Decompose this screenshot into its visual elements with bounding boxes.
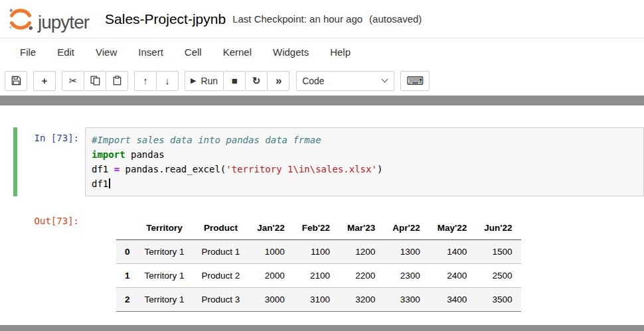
- restart-kernel-button[interactable]: ↻: [245, 71, 268, 91]
- jupyter-planet-icon: [7, 5, 35, 33]
- play-icon: ▶: [191, 77, 196, 84]
- top-gray-strip: [0, 96, 644, 105]
- df-cell: Product 1: [193, 240, 249, 264]
- menu-item-help[interactable]: Help: [319, 40, 361, 64]
- df-cell: 3200: [339, 288, 384, 312]
- add-cell-button[interactable]: +: [33, 71, 56, 91]
- arrow-up-icon: ↑: [143, 76, 148, 86]
- run-button-label: Run: [201, 76, 218, 86]
- arrow-down-icon: ↓: [165, 76, 170, 86]
- output-content: TerritoryProductJan'22Feb'22Mar'23Apr'22…: [85, 210, 644, 312]
- menu-item-edit[interactable]: Edit: [46, 40, 85, 64]
- df-cell: Product 2: [193, 264, 249, 288]
- df-header-cell: Jan'22: [248, 216, 293, 240]
- menu-item-insert[interactable]: Insert: [127, 40, 174, 64]
- code-line: df1: [92, 176, 637, 191]
- df-cell: 2100: [293, 264, 339, 288]
- move-cell-down-button[interactable]: ↓: [156, 71, 179, 91]
- df-cell: 1000: [248, 240, 293, 264]
- table-row: 1Territory 1Product 22000210022002300240…: [116, 264, 521, 288]
- df-cell: 1400: [429, 240, 476, 264]
- df-cell: Territory 1: [136, 240, 193, 264]
- chevron-down-icon: [382, 76, 388, 83]
- df-cell: 3000: [248, 288, 293, 312]
- df-cell: Territory 1: [136, 288, 193, 312]
- code-line: df1 = pandas.read_excel('territory 1\in\…: [92, 162, 637, 176]
- df-cell: 1500: [475, 240, 521, 264]
- df-header-cell: Product: [193, 216, 249, 240]
- clipboard-button-group: ✂: [62, 71, 128, 91]
- menu-item-file[interactable]: File: [9, 40, 46, 64]
- input-prompt: In [73]:: [17, 127, 85, 196]
- df-cell: 2200: [339, 264, 384, 288]
- df-header-cell: Apr'22: [384, 216, 428, 240]
- df-cell: 3400: [429, 288, 476, 312]
- toolbar: + ✂ ↑ ↓ ▶ Run: [0, 66, 644, 96]
- df-cell: 1300: [384, 240, 428, 264]
- output-prompt: Out[73]:: [17, 210, 85, 312]
- fast-forward-icon: »: [276, 75, 281, 86]
- menu-item-kernel[interactable]: Kernel: [212, 40, 262, 64]
- df-cell: Territory 1: [136, 264, 193, 288]
- code-editor[interactable]: #Import sales data into pandas data frma…: [85, 127, 644, 196]
- save-icon: [11, 76, 21, 86]
- notebook-title[interactable]: Sales-Project-jpynb: [105, 11, 226, 27]
- df-header-cell: Territory: [136, 216, 193, 240]
- df-cell: 2500: [475, 264, 521, 288]
- jupyter-wordmark: jupyter: [38, 13, 89, 33]
- df-header-row: TerritoryProductJan'22Feb'22Mar'23Apr'22…: [116, 216, 521, 240]
- run-button-group: ▶ Run ■ ↻ »: [185, 71, 289, 91]
- paste-icon: [112, 76, 122, 86]
- df-cell: 3500: [475, 288, 521, 312]
- df-cell: 1200: [339, 240, 384, 264]
- paste-cell-button[interactable]: [106, 71, 128, 91]
- save-button[interactable]: [5, 71, 27, 91]
- interrupt-kernel-button[interactable]: ■: [223, 71, 246, 91]
- cell-type-value: Code: [302, 76, 324, 86]
- df-cell: 3300: [384, 288, 428, 312]
- df-cell: Product 3: [193, 288, 249, 312]
- df-header-cell: Jun'22: [475, 216, 521, 240]
- copy-icon: [90, 76, 100, 86]
- autosave-status: (autosaved): [369, 13, 422, 25]
- code-cell[interactable]: In [73]: #Import sales data into pandas …: [13, 127, 644, 196]
- cell-type-select[interactable]: Code: [296, 71, 394, 91]
- run-button[interactable]: ▶ Run: [185, 71, 224, 91]
- code-line: import pandas: [92, 147, 637, 162]
- menu-item-cell[interactable]: Cell: [174, 40, 212, 64]
- df-cell: 2400: [429, 264, 476, 288]
- jupyter-logo[interactable]: jupyter: [7, 5, 89, 33]
- df-cell: 3100: [293, 288, 339, 312]
- df-header-cell: [116, 216, 136, 240]
- df-cell: 1100: [293, 240, 339, 264]
- df-index-cell: 2: [116, 288, 136, 312]
- code-line: #Import sales data into pandas data frma…: [92, 133, 637, 147]
- scissors-icon: ✂: [69, 76, 78, 86]
- move-cell-up-button[interactable]: ↑: [134, 71, 157, 91]
- stop-icon: ■: [232, 76, 238, 86]
- cell-output: Out[73]: TerritoryProductJan'22Feb'22Mar…: [17, 210, 644, 312]
- copy-cell-button[interactable]: [84, 71, 106, 91]
- df-cell: 2000: [248, 264, 293, 288]
- checkpoint-status: Last Checkpoint: an hour ago: [232, 13, 362, 25]
- dataframe-table: TerritoryProductJan'22Feb'22Mar'23Apr'22…: [116, 216, 521, 312]
- menu-bar: FileEditViewInsertCellKernelWidgetsHelp: [0, 38, 644, 66]
- menu-item-widgets[interactable]: Widgets: [262, 40, 319, 64]
- df-body: 0Territory 1Product 11000110012001300140…: [116, 240, 521, 312]
- bottom-gray-strip: [0, 325, 644, 331]
- keyboard-icon: ⌨: [406, 75, 424, 87]
- df-index-cell: 0: [116, 240, 136, 264]
- notebook-header: jupyter Sales-Project-jpynb Last Checkpo…: [0, 0, 644, 38]
- table-row: 0Territory 1Product 11000110012001300140…: [116, 240, 521, 264]
- df-cell: 2300: [384, 264, 428, 288]
- menu-item-view[interactable]: View: [85, 40, 127, 64]
- command-palette-button[interactable]: ⌨: [400, 71, 430, 91]
- df-header-cell: Mar'23: [339, 216, 384, 240]
- plus-icon: +: [42, 76, 48, 86]
- df-index-cell: 1: [116, 264, 136, 288]
- df-header-cell: May'22: [429, 216, 476, 240]
- cut-cell-button[interactable]: ✂: [62, 71, 84, 91]
- restart-icon: ↻: [252, 76, 261, 86]
- df-header-cell: Feb'22: [293, 216, 339, 240]
- restart-run-all-button[interactable]: »: [267, 71, 289, 91]
